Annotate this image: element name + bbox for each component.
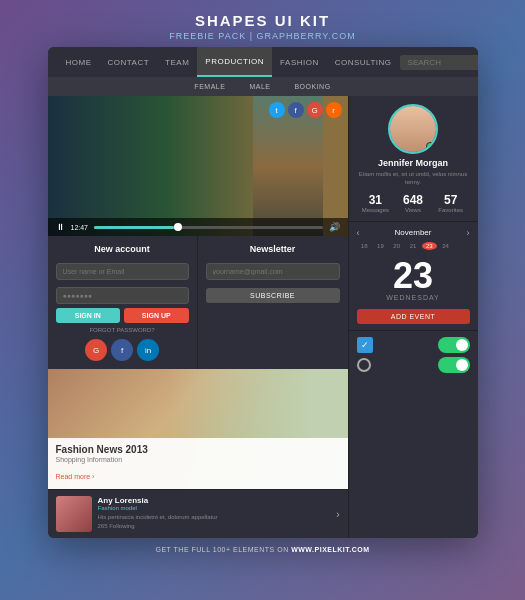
favorites-count: 57 [432,193,470,207]
fashion-title: Fashion News 2013 [56,444,340,455]
checkbox-1[interactable]: ✓ [357,337,373,353]
checkmark-icon: ✓ [361,340,369,350]
messages-count: 31 [357,193,395,207]
pause-button[interactable]: ⏸ [56,222,65,232]
footer-link[interactable]: WWW.PIXELKIT.COM [291,546,369,553]
nav-production[interactable]: PRODUCTION [197,47,272,77]
calendar-section: ‹ November › 18 19 20 21 23 24 23 WEDNES… [349,222,478,331]
time-display: 12:47 [71,224,89,231]
profile-name: Any Lorensia [98,496,331,505]
views-stat: 648 Views [394,193,432,213]
video-player: t f G r ⏸ 12:47 🔊 [48,96,348,236]
profile-info: Any Lorensia Fashion model His pertinaci… [98,496,331,529]
subnav-booking[interactable]: BOOKING [284,81,340,92]
bottom-left-grid: New account SIGN IN SIGN UP FORGOT PASSW… [48,236,348,369]
fashion-news-block: Fashion News 2013 Shopping Information R… [48,369,348,489]
calendar-next-button[interactable]: › [467,228,470,238]
calendar-days: 18 19 20 21 23 24 [357,242,470,250]
toggle-row-1: ✓ [357,337,470,353]
video-controls: ⏸ 12:47 🔊 [48,218,348,236]
facebook-icon[interactable]: f [288,102,304,118]
favorites-stat: 57 Favorites [432,193,470,213]
social-login-buttons: G f in [56,339,189,361]
cal-day-20[interactable]: 20 [389,242,404,250]
cal-day-18[interactable]: 18 [357,242,372,250]
right-column: Jennifer Morgan Etiam mollis et, sit ut … [348,96,478,538]
rss-icon[interactable]: r [326,102,342,118]
radio-button-1[interactable] [357,358,371,372]
toggle-knob-2 [456,359,468,371]
nav-fashion[interactable]: FASHION [272,47,327,77]
twitter-icon[interactable]: t [269,102,285,118]
page-header: SHAPES UI KIT FREEBIE PACK | GRAPHBERRY.… [169,0,355,47]
video-social-icons: t f G r [269,102,342,118]
main-card: HOME CONTACT TEAM PRODUCTION FASHION CON… [48,47,478,538]
google-login-button[interactable]: G [85,339,107,361]
messages-stat: 31 Messages [357,193,395,213]
cal-day-21[interactable]: 21 [405,242,420,250]
cal-day-24[interactable]: 24 [438,242,453,250]
profile-following: 265 Following [98,523,331,529]
nav-contact[interactable]: CONTACT [100,47,158,77]
user-tagline: Etiam mollis et, sit ut undd, velus nimn… [357,170,470,187]
user-avatar [388,104,438,154]
volume-icon[interactable]: 🔊 [329,222,340,232]
subnav-male[interactable]: MALE [239,81,280,92]
toggle-row-2 [357,357,470,373]
navigation: HOME CONTACT TEAM PRODUCTION FASHION CON… [48,47,478,77]
forgot-password-link[interactable]: FORGOT PASSWORD? [56,327,189,333]
profile-card: Any Lorensia Fashion model His pertinaci… [48,489,348,538]
page-subtitle: FREEBIE PACK | GRAPHBERRY.COM [169,31,355,41]
progress-fill [94,226,174,229]
new-account-title: New account [56,244,189,254]
toggle-1[interactable] [438,337,470,353]
footer-text: GET THE FULL 100+ ELEMENTS ON WWW.PIXELK… [155,546,369,553]
linkedin-login-button[interactable]: in [137,339,159,361]
calendar-prev-button[interactable]: ‹ [357,228,360,238]
progress-bar[interactable] [94,226,322,229]
add-event-button[interactable]: ADD EVENT [357,309,470,324]
toggle-2[interactable] [438,357,470,373]
page-title: SHAPES UI KIT [169,12,355,29]
profile-chevron-right-icon[interactable]: › [336,509,339,520]
newsletter-email-input[interactable] [206,263,340,280]
cal-day-19[interactable]: 19 [373,242,388,250]
messages-label: Messages [357,207,395,213]
nav-consulting[interactable]: CONSULTING [327,47,400,77]
facebook-login-button[interactable]: f [111,339,133,361]
date-number: 23 [361,258,466,294]
auth-buttons: SIGN IN SIGN UP [56,308,189,323]
search-input[interactable] [400,55,478,70]
googleplus-icon[interactable]: G [307,102,323,118]
newsletter-section: Newsletter SUBSCRIBE [198,236,348,369]
subscribe-button[interactable]: SUBSCRIBE [206,288,340,303]
cal-day-23[interactable]: 23 [422,242,437,250]
fashion-subtitle: Shopping Information [56,456,340,463]
calendar-header: ‹ November › [357,228,470,238]
subnav-female[interactable]: FEMALE [184,81,235,92]
newsletter-title: Newsletter [206,244,340,254]
views-count: 648 [394,193,432,207]
password-input[interactable] [56,287,189,304]
signin-button[interactable]: SIGN IN [56,308,121,323]
username-input[interactable] [56,263,189,280]
fashion-overlay: Fashion News 2013 Shopping Information R… [48,438,348,489]
toggle-knob-1 [456,339,468,351]
calendar-month: November [395,228,432,237]
signup-button[interactable]: SIGN UP [124,308,189,323]
online-indicator [426,142,434,150]
read-more-link[interactable]: Read more › [56,473,95,480]
progress-dot [174,223,182,231]
toggles-section: ✓ [349,331,478,379]
profile-stats: 31 Messages 648 Views 57 Favorites [357,193,470,213]
nav-home[interactable]: HOME [58,47,100,77]
user-name: Jennifer Morgan [378,158,448,168]
day-name: WEDNESDAY [361,294,466,301]
profile-role: Fashion model [98,505,331,511]
nav-team[interactable]: TEAM [157,47,197,77]
favorites-label: Favorites [432,207,470,213]
views-label: Views [394,207,432,213]
new-account-section: New account SIGN IN SIGN UP FORGOT PASSW… [48,236,198,369]
profile-description: His pertinacia incidetnt et, dolorum app… [98,513,331,521]
page-footer: GET THE FULL 100+ ELEMENTS ON WWW.PIXELK… [155,538,369,561]
